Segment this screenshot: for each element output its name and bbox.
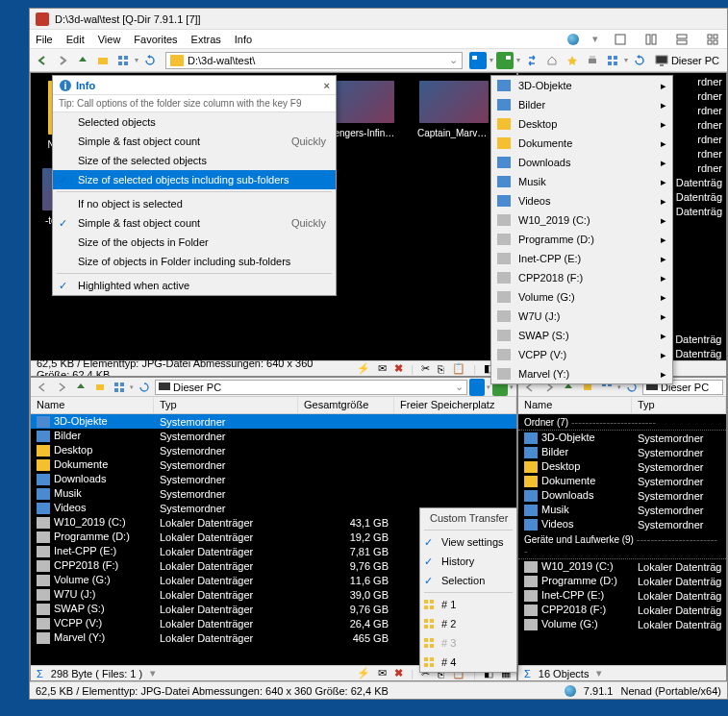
- pane-1-icon[interactable]: [469, 52, 487, 69]
- fav-menu-item[interactable]: Videos▸: [491, 191, 672, 210]
- flash-icon[interactable]: ⚡: [357, 362, 370, 375]
- table-row[interactable]: Volume (G:)Lokaler Datenträg: [518, 617, 726, 631]
- bl-pane1-icon[interactable]: [469, 379, 485, 396]
- info-menu-item[interactable]: ✓Simple & fast object countQuickly: [53, 213, 336, 233]
- fav-menu-item[interactable]: Programme (D:)▸: [491, 230, 672, 249]
- dieser-pc-label[interactable]: Dieser PC: [671, 55, 719, 66]
- fav-menu-item[interactable]: Musik▸: [491, 172, 672, 191]
- home-icon[interactable]: [543, 52, 561, 69]
- bl-up-icon[interactable]: [72, 379, 89, 396]
- table-row[interactable]: MusikSystemordner: [31, 486, 516, 501]
- col-free[interactable]: Freier Speicherplatz: [394, 397, 516, 413]
- pane-2-icon[interactable]: [496, 52, 514, 69]
- table-row[interactable]: 3D-ObjekteSystemordner: [31, 414, 516, 429]
- fav-menu-item[interactable]: Dokumente▸: [491, 134, 672, 153]
- mail-icon[interactable]: ✉: [378, 667, 387, 679]
- star-icon[interactable]: [564, 52, 581, 69]
- sync-icon[interactable]: [523, 52, 540, 69]
- info-menu-item[interactable]: Selected objects: [53, 112, 336, 132]
- fav-menu-item[interactable]: Volume (G:)▸: [491, 287, 672, 307]
- col-typ[interactable]: Typ: [632, 397, 726, 413]
- table-row[interactable]: CPP2018 (F:)Lokaler Datenträg: [518, 603, 726, 617]
- thumbnail[interactable]: Captain_Marvel.jpg: [415, 81, 492, 151]
- folder-tree-icon[interactable]: [94, 52, 112, 69]
- table-row[interactable]: Inet-CPP (E:)Lokaler Datenträg: [518, 588, 726, 603]
- menu-info[interactable]: Info: [235, 34, 252, 45]
- mail-icon[interactable]: ✉: [378, 362, 387, 375]
- transfer-menu-item[interactable]: ✓View settings: [420, 532, 516, 552]
- table-row[interactable]: BilderSystemordner: [518, 445, 726, 459]
- bl-refresh-icon[interactable]: [136, 379, 153, 396]
- table-row[interactable]: DokumenteSystemordner: [31, 457, 516, 472]
- table-row[interactable]: DownloadsSystemordner: [31, 472, 516, 486]
- transfer-menu-item[interactable]: # 1: [420, 595, 516, 614]
- paste-icon[interactable]: 📋: [452, 362, 465, 375]
- layout-3-icon[interactable]: [673, 31, 690, 48]
- table-row[interactable]: DokumenteSystemordner: [518, 474, 726, 488]
- address-bar[interactable]: D:\3d-wal\test\ ⌄: [165, 52, 463, 69]
- info-menu-item[interactable]: ✓Highlighted when active: [53, 276, 336, 295]
- table-row[interactable]: 3D-ObjekteSystemordner: [518, 431, 726, 445]
- group-header[interactable]: Geräte und Laufwerke (9) ---------------…: [518, 531, 726, 559]
- grid-icon[interactable]: [604, 52, 621, 69]
- info-menu-item[interactable]: Size of the objects in Folder: [53, 233, 336, 252]
- bl-view-icon[interactable]: [111, 379, 128, 396]
- info-menu-item[interactable]: Size of the selected objects: [53, 151, 336, 170]
- table-row[interactable]: VideosSystemordner: [518, 517, 726, 531]
- nav-up-icon[interactable]: [74, 52, 91, 69]
- col-name[interactable]: Name: [31, 397, 154, 413]
- table-row[interactable]: DesktopSystemordner: [31, 443, 516, 457]
- bl-address[interactable]: Dieser PC ⌄: [155, 380, 467, 395]
- table-row[interactable]: DesktopSystemordner: [518, 459, 726, 474]
- nav-back-icon[interactable]: [34, 52, 51, 69]
- info-menu-item[interactable]: ✓Size of selected objects including sub-…: [53, 170, 336, 189]
- copy-icon[interactable]: ⎘: [438, 363, 444, 375]
- cut-icon[interactable]: ✂: [421, 362, 430, 375]
- menu-view[interactable]: View: [98, 34, 121, 45]
- menu-favorites[interactable]: Favorites: [134, 34, 177, 45]
- bl-fwd-icon[interactable]: [53, 379, 70, 396]
- close-icon[interactable]: ×: [324, 80, 330, 91]
- layout-4-icon[interactable]: [704, 31, 721, 48]
- col-typ[interactable]: Typ: [154, 397, 298, 413]
- table-row[interactable]: W10_2019 (C:)Lokaler Datenträg: [518, 559, 726, 574]
- table-row[interactable]: Programme (D:)Lokaler Datenträg: [518, 574, 726, 588]
- fav-menu-item[interactable]: W10_2019 (C:)▸: [491, 210, 672, 230]
- bl-back-icon[interactable]: [34, 379, 51, 396]
- layout-2-icon[interactable]: [642, 31, 660, 48]
- group-header[interactable]: Ordner (7) ------------------------: [518, 414, 726, 431]
- info-menu-item[interactable]: Simple & fast object countQuickly: [53, 132, 336, 151]
- fav-menu-item[interactable]: Bilder▸: [491, 95, 672, 114]
- table-row[interactable]: MusikSystemordner: [518, 503, 726, 517]
- fav-menu-item[interactable]: VCPP (V:)▸: [491, 345, 672, 364]
- fav-menu-item[interactable]: SWAP (S:)▸: [491, 326, 672, 345]
- nav-fwd-icon[interactable]: [54, 52, 71, 69]
- br-rows[interactable]: Ordner (7) ------------------------3D-Ob…: [518, 414, 726, 665]
- info-menu-item[interactable]: Size of objects in Folder including sub-…: [53, 252, 336, 271]
- br-header[interactable]: Name Typ: [518, 397, 726, 414]
- print-icon[interactable]: [584, 52, 601, 69]
- layout-1-icon[interactable]: [612, 31, 629, 48]
- info-menu-item[interactable]: If no object is selected: [53, 194, 336, 213]
- fav-menu-item[interactable]: Downloads▸: [491, 153, 672, 172]
- refresh-icon[interactable]: [141, 52, 159, 69]
- fav-menu-item[interactable]: CPP2018 (F:)▸: [491, 268, 672, 287]
- transfer-menu-item[interactable]: ✓History: [420, 552, 516, 571]
- globe-icon[interactable]: [567, 34, 579, 45]
- transfer-menu-item[interactable]: ✓Selection: [420, 571, 516, 590]
- menu-extras[interactable]: Extras: [191, 34, 221, 45]
- titlebar[interactable]: D:\3d-wal\test [Q-Dir 7.91.1 [7]]: [30, 9, 727, 30]
- delete-icon[interactable]: ✖: [394, 667, 403, 679]
- transfer-menu-item[interactable]: # 4: [420, 653, 516, 672]
- view-mode-icon[interactable]: [114, 52, 132, 69]
- flash-icon[interactable]: ⚡: [357, 667, 370, 679]
- fav-menu-item[interactable]: W7U (J:)▸: [491, 307, 672, 326]
- transfer-menu-item[interactable]: # 2: [420, 614, 516, 633]
- bl-tree-icon[interactable]: [91, 379, 109, 396]
- menu-file[interactable]: File: [36, 34, 53, 45]
- delete-icon[interactable]: ✖: [394, 362, 403, 375]
- refresh2-icon[interactable]: [631, 52, 648, 69]
- fav-menu-item[interactable]: 3D-Objekte▸: [491, 76, 672, 95]
- fav-menu-item[interactable]: Marvel (Y:)▸: [491, 364, 672, 383]
- menu-edit[interactable]: Edit: [66, 34, 85, 45]
